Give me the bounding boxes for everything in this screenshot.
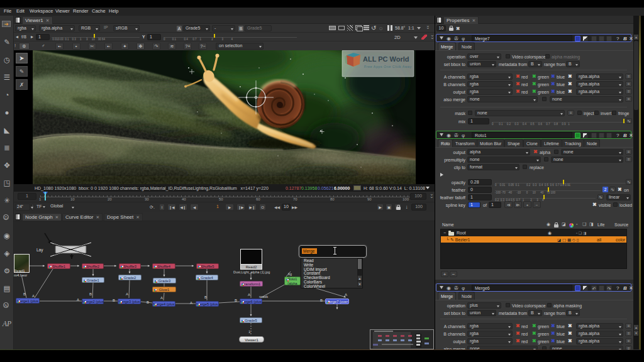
svg-text:Free Apps One Click Away: Free Apps One Click Away [364, 65, 412, 69]
svg-text:Lay: Lay [36, 248, 43, 253]
svg-text:ALL PC World: ALL PC World [363, 55, 409, 63]
svg-text:eet1: eet1 [77, 248, 85, 252]
